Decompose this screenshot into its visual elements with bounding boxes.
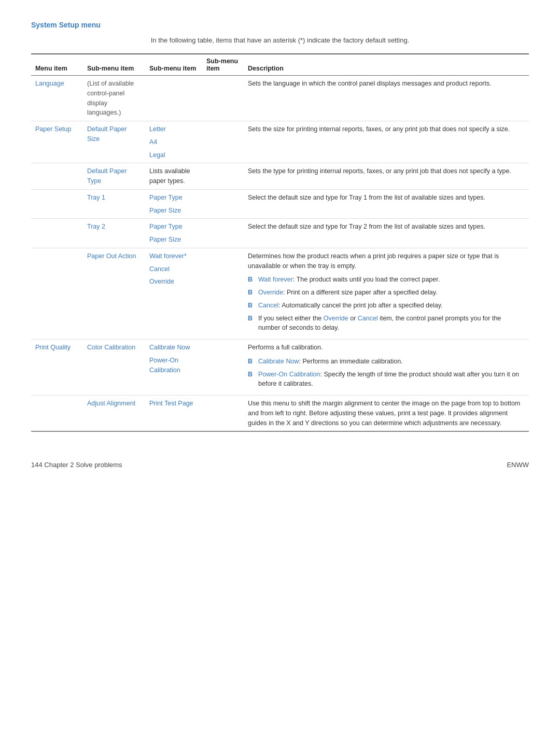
cell-sub1: Tray 1 <box>83 189 145 219</box>
cell-sub2 <box>145 76 202 121</box>
cell-sub3 <box>202 76 244 121</box>
table-row: Language (List of available control-pane… <box>31 76 529 121</box>
cell-sub3 <box>202 396 244 432</box>
th-sub1: Sub-menu item <box>83 54 145 76</box>
cell-sub2: Paper Type Paper Size <box>145 189 202 219</box>
table-row: Print Quality Color Calibration Calibrat… <box>31 340 529 396</box>
list-item: B Power-On Calibration: Specify the leng… <box>248 370 525 389</box>
table-row: Paper Out Action Wait forever* Cancel Ov… <box>31 248 529 339</box>
list-item: B Cancel: Automatically cancel the print… <box>248 301 525 311</box>
cell-menu <box>31 189 83 219</box>
table-header-row: Menu item Sub-menu item Sub-menu item Su… <box>31 54 529 76</box>
cell-sub1: Default Paper Size <box>83 121 145 163</box>
cell-sub2: Wait forever* Cancel Override <box>145 248 202 339</box>
footer: 144 Chapter 2 Solve problems ENWW <box>31 453 529 469</box>
cell-menu: Paper Setup <box>31 121 83 163</box>
cell-desc: Determines how the product reacts when a… <box>244 248 529 339</box>
cell-menu <box>31 396 83 432</box>
cell-desc: Select the default size and type for Tra… <box>244 189 529 219</box>
cell-sub3 <box>202 189 244 219</box>
cell-sub1: Color Calibration <box>83 340 145 396</box>
cell-sub1: (List of available control-panel display… <box>83 76 145 121</box>
cell-menu <box>31 248 83 339</box>
list-item: B If you select either the Override or C… <box>248 314 525 333</box>
cell-desc: Use this menu to shift the margin alignm… <box>244 396 529 432</box>
cell-sub1: Paper Out Action <box>83 248 145 339</box>
main-table: Menu item Sub-menu item Sub-menu item Su… <box>31 53 529 432</box>
list-item: B Calibrate Now: Performs an immediate c… <box>248 357 525 367</box>
cell-sub1: Adjust Alignment <box>83 396 145 432</box>
section-title: System Setup menu <box>31 21 529 29</box>
th-menu: Menu item <box>31 54 83 76</box>
cell-sub3 <box>202 248 244 339</box>
cell-sub3 <box>202 163 244 190</box>
table-row: Tray 2 Paper Type Paper Size Select the … <box>31 219 529 248</box>
table-row: Paper Setup Default Paper Size Letter A4… <box>31 121 529 163</box>
cell-desc: Sets the size for printing internal repo… <box>244 121 529 163</box>
cell-sub1: Default Paper Type <box>83 163 145 190</box>
footer-left: 144 Chapter 2 Solve problems <box>31 461 122 469</box>
cell-sub3 <box>202 121 244 163</box>
list-item: B Wait forever: The product waits until … <box>248 275 525 285</box>
cell-sub2: Print Test Page <box>145 396 202 432</box>
th-sub3: Sub-menu item <box>202 54 244 76</box>
intro-text: In the following table, items that have … <box>31 36 529 44</box>
cell-menu: Language <box>31 76 83 121</box>
cell-sub1: Tray 2 <box>83 219 145 248</box>
footer-right: ENWW <box>507 461 529 469</box>
page-section: System Setup menu In the following table… <box>31 21 529 469</box>
list-item: B Override: Print on a different size pa… <box>248 288 525 298</box>
cell-desc: Performs a full calibration. B Calibrate… <box>244 340 529 396</box>
cell-desc: Sets the language in which the control p… <box>244 76 529 121</box>
cell-sub3 <box>202 219 244 248</box>
th-desc: Description <box>244 54 529 76</box>
cell-menu <box>31 219 83 248</box>
cell-sub2: Letter A4 Legal <box>145 121 202 163</box>
table-row: Adjust Alignment Print Test Page Use thi… <box>31 396 529 432</box>
cell-sub2: Paper Type Paper Size <box>145 219 202 248</box>
th-sub2: Sub-menu item <box>145 54 202 76</box>
cell-menu <box>31 163 83 190</box>
cell-sub3 <box>202 340 244 396</box>
cell-desc: Select the default size and type for Tra… <box>244 219 529 248</box>
cell-menu: Print Quality <box>31 340 83 396</box>
cell-desc: Sets the type for printing internal repo… <box>244 163 529 190</box>
cell-sub2: Lists available paper types. <box>145 163 202 190</box>
table-row: Default Paper Type Lists available paper… <box>31 163 529 190</box>
cell-sub2: Calibrate Now Power-OnCalibration <box>145 340 202 396</box>
table-row: Tray 1 Paper Type Paper Size Select the … <box>31 189 529 219</box>
